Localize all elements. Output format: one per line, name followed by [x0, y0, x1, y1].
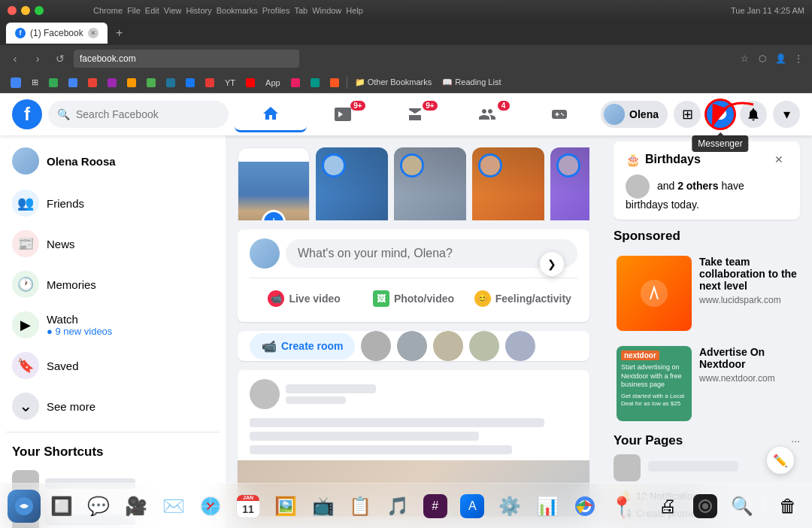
dock-maps[interactable]: 📍: [605, 490, 638, 523]
reload-button[interactable]: ↺: [51, 50, 69, 68]
dock-mail[interactable]: ✉️: [157, 490, 190, 523]
more-icon[interactable]: ⋮: [791, 51, 806, 66]
profile-icon[interactable]: 👤: [773, 51, 788, 66]
active-tab[interactable]: f (1) Facebook ✕: [6, 23, 108, 44]
feeling-activity-button[interactable]: 😊 Feeling/activity: [468, 284, 577, 313]
story-4[interactable]: [550, 147, 589, 220]
dock-trash[interactable]: 🗑: [771, 490, 804, 523]
notifications-button[interactable]: [740, 101, 767, 128]
bookmark-apps[interactable]: ⊞: [27, 76, 43, 89]
bookmark-app-label[interactable]: App: [261, 77, 285, 89]
tab-close-button[interactable]: ✕: [88, 28, 98, 38]
sidebar-item-friends[interactable]: 👥 Friends: [6, 184, 220, 223]
bookmark-green[interactable]: [44, 77, 62, 89]
bookmark-purple[interactable]: [103, 77, 121, 89]
ad-lucidspark[interactable]: Take team collaboration to the next leve…: [614, 253, 800, 334]
story-2[interactable]: [394, 147, 466, 220]
new-tab-button[interactable]: +: [111, 24, 129, 42]
bookmark-yt-label[interactable]: YT: [220, 77, 240, 89]
bookmark-orange2[interactable]: [326, 77, 344, 89]
bookmark-amazon[interactable]: [123, 77, 141, 89]
browser-menu-bookmarks-item[interactable]: Bookmarks: [217, 6, 258, 15]
create-room-button[interactable]: 📹 Create room: [250, 333, 355, 360]
sidebar-item-memories[interactable]: 🕐 Memories: [6, 265, 220, 304]
bookmark-item[interactable]: [6, 76, 26, 90]
bookmark-pink[interactable]: [286, 77, 304, 89]
live-video-icon: 📹: [268, 290, 284, 307]
story-1[interactable]: [316, 147, 388, 220]
live-video-button[interactable]: 📹 Live video: [250, 284, 359, 313]
maximize-button[interactable]: [35, 6, 44, 15]
sidebar-item-saved[interactable]: 🔖 Saved: [6, 346, 220, 385]
dock-finder[interactable]: [8, 490, 41, 523]
user-profile-button[interactable]: Olena: [601, 101, 668, 128]
other-bookmarks[interactable]: 📁 Other Bookmarks: [350, 76, 437, 89]
extension-icon[interactable]: ⬡: [755, 51, 770, 66]
minimize-button[interactable]: [21, 6, 30, 15]
nav-video[interactable]: 9+: [307, 96, 379, 132]
sidebar-item-see-more[interactable]: ⌄ See more: [6, 387, 220, 426]
messenger-button[interactable]: Messenger: [707, 101, 734, 128]
dock-notes[interactable]: 📋: [344, 490, 377, 523]
dock-printer[interactable]: 🖨: [651, 490, 684, 523]
browser-menu-file[interactable]: Chrome: [93, 6, 123, 15]
ad-nextdoor[interactable]: nextdoor Start advertising on Nextdoor w…: [614, 343, 800, 424]
back-button[interactable]: ‹: [6, 50, 24, 68]
dock-messages[interactable]: 💬: [82, 490, 115, 523]
browser-menu-tab-item[interactable]: Tab: [294, 6, 308, 15]
dock-chrome[interactable]: [568, 490, 601, 523]
dock-magnifier[interactable]: 🔍: [726, 490, 759, 523]
sidebar-item-news[interactable]: 📰 News: [6, 224, 220, 263]
pages-more-button[interactable]: ···: [791, 435, 800, 447]
nav-store[interactable]: 9+: [379, 96, 451, 132]
create-story-card[interactable]: + Create Story: [238, 147, 310, 220]
post-input-field[interactable]: What's on your mind, Olena?: [286, 239, 577, 268]
search-bar[interactable]: 🔍: [48, 101, 229, 128]
dock-launchpad[interactable]: 🔲: [45, 490, 78, 523]
browser-menu-file-item[interactable]: File: [127, 6, 141, 15]
browser-menu-profiles-item[interactable]: Profiles: [262, 6, 290, 15]
store-badge: 9+: [423, 101, 437, 111]
bookmark-plus[interactable]: [181, 77, 199, 89]
dock-facetime[interactable]: 🎥: [120, 490, 153, 523]
bookmark-red[interactable]: [201, 77, 219, 89]
dock-excel[interactable]: 📊: [531, 490, 564, 523]
dock-quicktime[interactable]: [689, 490, 722, 523]
bookmark-blue[interactable]: [64, 77, 82, 89]
photo-video-button[interactable]: 🖼 Photo/video: [359, 284, 468, 313]
account-dropdown-button[interactable]: ▾: [773, 101, 800, 128]
browser-menu-window-item[interactable]: Window: [312, 6, 341, 15]
dock-calendar[interactable]: JAN 11: [232, 490, 265, 523]
dock-photos[interactable]: 🖼️: [269, 490, 302, 523]
dock-appstore[interactable]: A: [456, 490, 489, 523]
nav-groups[interactable]: 4: [451, 96, 523, 132]
apps-button[interactable]: ⊞: [674, 101, 701, 128]
sidebar-user-profile[interactable]: Olena Roosa: [6, 141, 220, 181]
bookmark-teal[interactable]: [306, 77, 324, 89]
nav-home[interactable]: [235, 96, 307, 132]
dock-safari[interactable]: [195, 490, 228, 523]
dock-systemprefs[interactable]: ⚙️: [493, 490, 526, 523]
bookmark-dollar[interactable]: [142, 77, 160, 89]
sidebar-item-watch[interactable]: ▶ Watch ● 9 new videos: [6, 305, 220, 344]
dock-slack[interactable]: #: [419, 490, 452, 523]
bookmark-wp[interactable]: [162, 77, 180, 89]
search-input[interactable]: [76, 108, 220, 120]
dock-appletv[interactable]: 📺: [307, 490, 340, 523]
address-input[interactable]: [74, 50, 299, 68]
bookmark-icon[interactable]: ☆: [737, 51, 752, 66]
bookmark-yt-icon[interactable]: [241, 77, 259, 89]
browser-menu-view-item[interactable]: View: [164, 6, 182, 15]
dock-music[interactable]: 🎵: [381, 490, 414, 523]
bookmark-b[interactable]: [83, 77, 102, 89]
reading-list[interactable]: 📖 Reading List: [438, 76, 505, 89]
birthday-close-button[interactable]: ✕: [770, 150, 788, 168]
browser-menu-edit-item[interactable]: Edit: [145, 6, 159, 15]
edit-note-button[interactable]: ✏️: [767, 447, 794, 474]
browser-menu-history-item[interactable]: History: [186, 6, 211, 15]
story-3[interactable]: [472, 147, 544, 220]
forward-button[interactable]: ›: [29, 50, 47, 68]
browser-menu-help-item[interactable]: Help: [346, 6, 363, 15]
close-button[interactable]: [8, 6, 17, 15]
nav-gaming[interactable]: [523, 96, 595, 132]
